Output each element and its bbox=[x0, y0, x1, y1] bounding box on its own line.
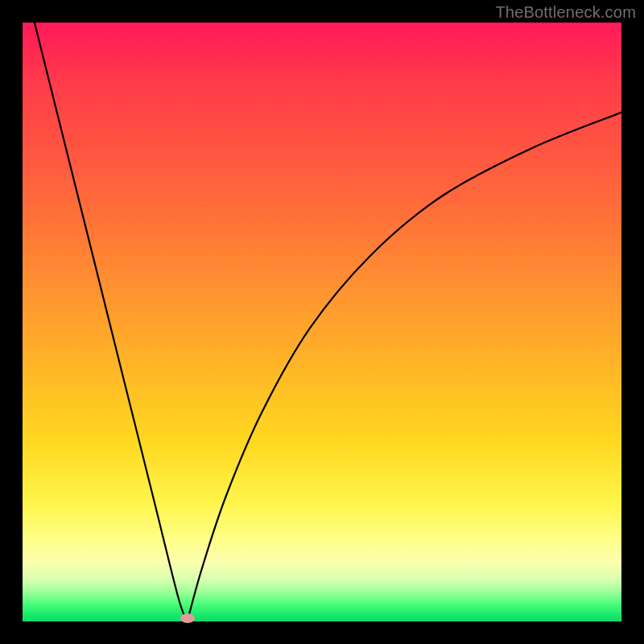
plot-area bbox=[23, 23, 621, 621]
watermark-text: TheBottleneck.com bbox=[495, 3, 636, 22]
vertex-marker bbox=[180, 613, 195, 623]
left-branch-line bbox=[35, 23, 188, 621]
curve-layer bbox=[23, 23, 621, 621]
right-branch-line bbox=[188, 113, 621, 621]
chart-container: TheBottleneck.com bbox=[0, 0, 644, 644]
